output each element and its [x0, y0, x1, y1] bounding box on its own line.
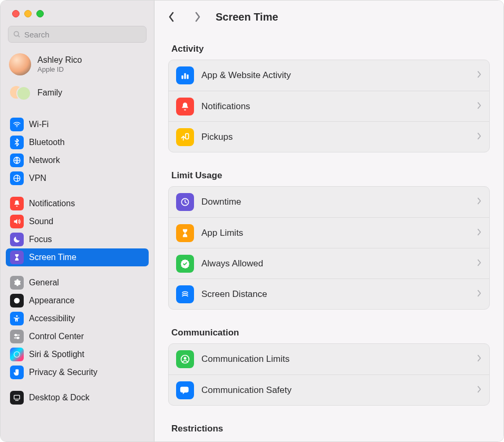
section-label-activity: Activity: [171, 44, 487, 54]
svg-point-20: [184, 357, 187, 360]
search-input[interactable]: [24, 30, 142, 39]
row-app-website-activity[interactable]: App & Website Activity: [169, 60, 489, 91]
main-header: Screen Time: [154, 1, 503, 33]
row-label: Communication Safety: [201, 385, 477, 396]
sidebar-item-control-center[interactable]: Control Center: [6, 328, 149, 345]
control-center-icon: [10, 330, 24, 343]
sidebar-item-siri-spotlight[interactable]: Siri & Spotlight: [6, 345, 149, 363]
row-pickups[interactable]: Pickups: [169, 121, 489, 152]
sidebar-item-network[interactable]: Network: [6, 151, 149, 169]
search-field[interactable]: [8, 26, 147, 43]
sidebar-item-screen-time[interactable]: Screen Time: [6, 248, 149, 266]
nav-back-button[interactable]: [164, 9, 179, 24]
sidebar-item-label: Bluetooth: [29, 138, 65, 147]
appearance-icon: [10, 294, 24, 308]
minimize-window-button[interactable]: [24, 10, 32, 17]
sidebar-item-label: Screen Time: [29, 253, 76, 262]
sidebar-item-general[interactable]: General: [6, 274, 149, 292]
section-label-communication: Communication: [171, 328, 487, 338]
svg-point-10: [17, 337, 18, 339]
network-icon: [10, 153, 24, 167]
chevron-right-icon: [477, 289, 482, 300]
moon-icon: [10, 233, 24, 246]
row-label: Screen Distance: [201, 289, 477, 300]
row-screen-distance[interactable]: Screen Distance: [169, 278, 489, 309]
siri-icon: [10, 348, 24, 361]
sidebar-item-desktop-dock[interactable]: Desktop & Dock: [6, 389, 149, 407]
section-communication: Communication Limits Communication Safet…: [168, 343, 490, 406]
bell-icon: [176, 98, 194, 116]
row-downtime[interactable]: Downtime: [169, 187, 489, 217]
main-panel: Screen Time Activity App & Website Activ…: [154, 1, 503, 441]
desktop-dock-icon: [10, 391, 24, 405]
sidebar: Ashley Rico Apple ID Family Wi-Fi Blueto…: [1, 1, 154, 441]
gear-icon: [10, 276, 24, 290]
svg-point-6: [16, 315, 18, 317]
chevron-right-icon: [477, 385, 482, 396]
row-label: Notifications: [201, 101, 477, 112]
sidebar-item-label: Wi-Fi: [29, 120, 49, 129]
sidebar-item-label: Control Center: [29, 332, 84, 341]
svg-line-1: [18, 35, 20, 37]
bell-icon: [10, 197, 24, 210]
sidebar-item-label: Focus: [29, 235, 52, 244]
clock-icon: [176, 193, 194, 211]
chevron-right-icon: [477, 258, 482, 269]
section-activity: App & Website Activity Notifications Pic…: [168, 60, 490, 152]
person-circle-icon: [176, 350, 194, 368]
section-label-limit-usage: Limit Usage: [171, 170, 487, 181]
sidebar-item-label: Privacy & Security: [29, 368, 98, 377]
svg-rect-16: [187, 74, 188, 79]
sidebar-item-family[interactable]: Family: [6, 79, 149, 108]
chevron-right-icon: [477, 70, 482, 81]
screen-distance-icon: [176, 285, 194, 303]
account-name: Ashley Rico: [37, 55, 82, 65]
chevron-right-icon: [477, 132, 482, 142]
row-communication-safety[interactable]: Communication Safety: [169, 374, 489, 405]
chevron-right-icon: [477, 197, 482, 207]
bubble-icon: [176, 381, 194, 399]
sidebar-item-accessibility[interactable]: Accessibility: [6, 310, 149, 328]
nav-forward-button[interactable]: [190, 9, 205, 24]
row-notifications[interactable]: Notifications: [169, 91, 489, 121]
zoom-window-button[interactable]: [36, 10, 44, 17]
family-label: Family: [37, 88, 62, 98]
account-sub: Apple ID: [37, 65, 82, 73]
accessibility-icon: [10, 312, 24, 325]
svg-point-2: [16, 127, 17, 127]
sidebar-item-wifi[interactable]: Wi-Fi: [6, 116, 149, 133]
row-label: Always Allowed: [201, 258, 477, 269]
chevron-right-icon: [477, 354, 482, 364]
svg-rect-15: [184, 73, 186, 79]
row-label: Communication Limits: [201, 354, 477, 364]
sidebar-item-vpn[interactable]: VPN: [6, 169, 149, 187]
wifi-icon: [10, 118, 24, 131]
section-label-restrictions: Restrictions: [171, 424, 487, 434]
row-app-limits[interactable]: App Limits: [169, 217, 489, 248]
sidebar-item-bluetooth[interactable]: Bluetooth: [6, 133, 149, 151]
avatar: [9, 53, 31, 75]
chart-bar-icon: [176, 66, 194, 84]
row-label: App & Website Activity: [201, 70, 477, 81]
row-label: Downtime: [201, 197, 477, 207]
sidebar-item-apple-id[interactable]: Ashley Rico Apple ID: [6, 50, 149, 79]
close-window-button[interactable]: [12, 10, 20, 17]
speaker-icon: [10, 215, 24, 228]
chevron-right-icon: [477, 228, 482, 238]
bluetooth-icon: [10, 136, 24, 149]
sidebar-item-sound[interactable]: Sound: [6, 213, 149, 230]
hourglass-icon: [176, 224, 194, 242]
sidebar-item-privacy-security[interactable]: Privacy & Security: [6, 363, 149, 381]
row-label: Pickups: [201, 132, 477, 142]
svg-point-11: [14, 352, 20, 358]
pickups-icon: [176, 128, 194, 146]
sidebar-item-focus[interactable]: Focus: [6, 230, 149, 248]
sidebar-item-label: Siri & Spotlight: [29, 350, 84, 359]
row-always-allowed[interactable]: Always Allowed: [169, 248, 489, 278]
sidebar-item-notifications[interactable]: Notifications: [6, 195, 149, 213]
svg-rect-13: [15, 400, 19, 401]
row-communication-limits[interactable]: Communication Limits: [169, 344, 489, 374]
sidebar-item-label: VPN: [29, 174, 46, 183]
sidebar-item-appearance[interactable]: Appearance: [6, 292, 149, 310]
sidebar-item-label: Sound: [29, 217, 53, 226]
